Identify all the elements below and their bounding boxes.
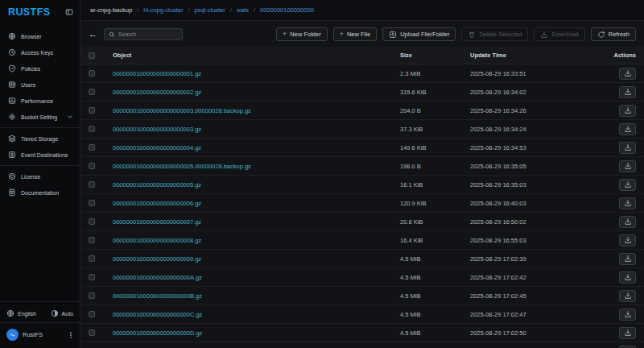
refresh-button[interactable]: Refresh xyxy=(591,27,636,41)
row-checkbox[interactable] xyxy=(89,329,95,336)
object-link[interactable]: 000000010000000000000003.00000028.backup… xyxy=(113,107,400,114)
download-object-button[interactable] xyxy=(619,327,636,339)
object-link[interactable]: 000000010000000000000005.00000028.backup… xyxy=(113,163,400,170)
row-checkbox[interactable] xyxy=(89,237,95,243)
row-checkbox[interactable] xyxy=(89,218,95,225)
object-link[interactable]: 00000001000000000000000C.gz xyxy=(113,311,400,318)
row-checkbox[interactable] xyxy=(89,126,95,132)
download-object-button[interactable] xyxy=(619,105,636,117)
object-link[interactable]: 00000001000000000000000D.gz xyxy=(113,329,400,337)
row-checkbox[interactable] xyxy=(89,163,95,169)
sidebar-footer: English Auto RustFS xyxy=(0,299,80,348)
theme-auto-button[interactable]: Auto xyxy=(51,309,73,317)
download-object-button[interactable] xyxy=(619,271,636,284)
download-object-button[interactable] xyxy=(619,197,636,209)
download-object-button[interactable] xyxy=(619,86,636,98)
row-checkbox[interactable] xyxy=(89,311,95,317)
auto-theme-icon xyxy=(51,309,59,317)
button-label: Upload File/Folder xyxy=(400,31,449,38)
row-checkbox[interactable] xyxy=(89,107,95,114)
row-checkbox[interactable] xyxy=(89,274,95,280)
download-object-button[interactable] xyxy=(619,123,636,135)
sidebar-item-access-keys[interactable]: Access Keys xyxy=(0,44,80,60)
select-all-checkbox[interactable] xyxy=(89,52,95,59)
new-folder-button[interactable]: +New Folder xyxy=(276,27,328,41)
object-size: 4.5 MiB xyxy=(400,329,470,337)
sidebar-item-label: Event Destinations xyxy=(21,152,68,158)
download-icon xyxy=(624,125,632,133)
object-link[interactable]: 000000010000000000000004.gz xyxy=(113,144,400,151)
sidebar-item-license[interactable]: License xyxy=(0,168,80,184)
sidebar-item-documentation[interactable]: Documentation xyxy=(0,184,80,201)
download-object-button[interactable] xyxy=(619,68,636,80)
download-object-button[interactable] xyxy=(619,309,636,321)
back-button[interactable]: ← xyxy=(89,30,97,39)
row-checkbox[interactable] xyxy=(89,200,95,206)
policies-icon xyxy=(8,64,16,72)
download-object-button[interactable] xyxy=(619,346,636,348)
object-link[interactable]: 000000010000000000000009.gz xyxy=(113,255,400,263)
breadcrumb-item[interactable]: wals xyxy=(237,6,249,14)
breadcrumb-item[interactable]: 0000000100000000 xyxy=(260,6,314,14)
breadcrumb-item[interactable]: ar-cnpg-backup xyxy=(90,6,132,14)
download-object-button[interactable] xyxy=(619,142,636,154)
download-object-button[interactable] xyxy=(619,253,636,265)
search-input[interactable] xyxy=(118,31,178,37)
object-update-time: 2025-08-29 16:35:03 xyxy=(470,181,609,188)
sidebar-item-performance[interactable]: Performance xyxy=(0,93,80,109)
button-label: Download xyxy=(551,31,578,38)
download-object-button[interactable] xyxy=(619,290,636,302)
download-object-button[interactable] xyxy=(619,160,636,172)
upload-file-folder-button[interactable]: Upload File/Folder xyxy=(382,27,456,41)
row-checkbox[interactable] xyxy=(89,181,95,188)
row-checkbox[interactable] xyxy=(89,144,95,151)
object-update-time: 2025-08-29 17:02:50 xyxy=(470,329,609,337)
object-link[interactable]: 00000001000000000000000A.gz xyxy=(113,274,400,281)
sidebar-item-users[interactable]: Users xyxy=(0,77,80,93)
object-link[interactable]: 00000001000000000000000B.gz xyxy=(113,292,400,300)
row-checkbox[interactable] xyxy=(89,70,95,77)
breadcrumb-item[interactable]: psql-cluster xyxy=(195,6,225,14)
chevron-down-icon xyxy=(67,114,73,120)
language-button[interactable]: English xyxy=(6,309,36,317)
table-row: 000000010000000000000003.gz37.3 KiB2025-… xyxy=(80,120,644,139)
row-checkbox[interactable] xyxy=(89,292,95,299)
object-link[interactable]: 000000010000000000000005.gz xyxy=(113,181,400,188)
sidebar-collapse-icon[interactable] xyxy=(65,8,73,16)
row-checkbox[interactable] xyxy=(89,255,95,262)
upload-icon xyxy=(389,31,397,39)
divider xyxy=(0,127,80,128)
row-actions xyxy=(619,160,636,172)
table-row: 00000001000000000000000B.gz4.5 MiB2025-0… xyxy=(80,287,644,305)
plus-icon: + xyxy=(283,31,287,38)
users-icon xyxy=(8,81,16,89)
user-menu[interactable]: RustFS xyxy=(0,322,80,348)
object-link[interactable]: 000000010000000000000003.gz xyxy=(113,126,400,133)
breadcrumb-item[interactable]: hl-cnpg-cluster xyxy=(143,6,183,14)
download-object-button[interactable] xyxy=(619,179,636,191)
new-file-button[interactable]: +New File xyxy=(333,27,377,41)
object-link[interactable]: 000000010000000000000007.gz xyxy=(113,218,400,226)
object-link[interactable]: 000000010000000000000008.gz xyxy=(113,237,400,244)
sidebar-item-policies[interactable]: Policies xyxy=(0,60,80,77)
delete-selected-button[interactable]: Delete Selected xyxy=(461,27,528,41)
object-link[interactable]: 000000010000000000000002.gz xyxy=(113,89,400,96)
sidebar-item-browser[interactable]: Browser xyxy=(0,28,80,44)
kebab-menu-icon[interactable] xyxy=(67,331,75,339)
sidebar-item-tiered-storage[interactable]: Tiered Storage xyxy=(0,130,80,147)
object-size: 198.0 B xyxy=(400,163,470,170)
table-row: 00000001000000000000000C.gz4.5 MiB2025-0… xyxy=(80,305,644,324)
sidebar-item-bucket-setting[interactable]: Bucket Setting xyxy=(0,109,80,125)
object-link[interactable]: 000000010000000000000006.gz xyxy=(113,200,400,207)
object-size: 120.9 KiB xyxy=(400,200,470,207)
sidebar-item-event-destinations[interactable]: Event Destinations xyxy=(0,147,80,163)
row-checkbox[interactable] xyxy=(89,89,95,95)
table-row: 000000010000000000000007.gz20.8 KiB2025-… xyxy=(80,213,644,231)
download-icon xyxy=(624,88,632,96)
download-object-button[interactable] xyxy=(619,234,636,246)
object-link[interactable]: 000000010000000000000001.gz xyxy=(113,70,400,77)
browser-icon xyxy=(8,32,16,40)
download-button[interactable]: Download xyxy=(534,27,584,41)
download-object-button[interactable] xyxy=(619,216,636,228)
theme-label: Auto xyxy=(62,311,73,317)
